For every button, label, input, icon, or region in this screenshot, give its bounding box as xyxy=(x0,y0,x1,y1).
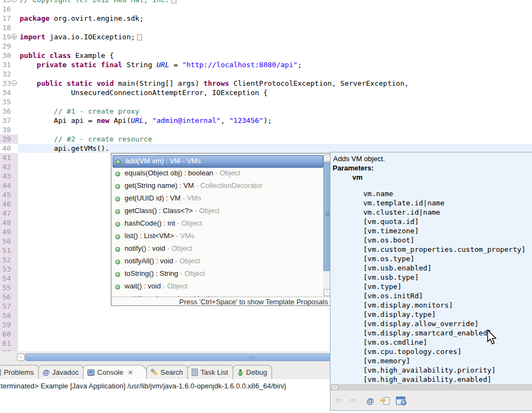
code-text: // #2 - create resource xyxy=(18,134,532,144)
completion-item[interactable]: get(UUID id) : VM - VMs xyxy=(113,193,323,205)
code-token: main(String[] args) xyxy=(114,79,203,87)
completion-item[interactable]: getClass() : Class<?> - Object xyxy=(113,205,323,218)
code-token: public xyxy=(37,79,62,87)
open-attached-javadoc-icon[interactable] xyxy=(380,397,389,405)
line-number: 17 xyxy=(0,14,18,23)
code-token: static xyxy=(71,61,97,69)
completion-status-text: Press 'Ctrl+Space' to show Template Prop… xyxy=(179,298,328,306)
code-line: 17package org.ovirt.engine.sdk; xyxy=(0,14,532,23)
tab-label: Debug xyxy=(246,368,267,376)
completion-item[interactable]: notifyAll() : void - Object xyxy=(113,256,323,268)
code-token: , xyxy=(221,116,229,125)
completion-item-label: add(VM vm) : VM - VMs xyxy=(125,157,201,165)
code-text: public class Example { xyxy=(18,51,532,60)
code-text: public static void main(String[] args) t… xyxy=(18,79,532,88)
completion-item-origin: - Object xyxy=(167,244,192,252)
fold-expand-icon[interactable]: + xyxy=(11,34,17,39)
forward-icon[interactable]: ⇨ xyxy=(350,396,357,405)
javadoc-param-row: [vm.usb.type] xyxy=(363,273,419,282)
code-token: class xyxy=(50,51,71,60)
close-tab-icon[interactable]: ✕ xyxy=(128,369,133,376)
line-number: 60 xyxy=(0,329,18,339)
code-token: public xyxy=(20,51,45,60)
javadoc-parameters-label: Parameters: xyxy=(333,163,374,173)
javadoc-param-row: [vm.high_availability.priority] xyxy=(363,365,496,375)
hscroll-left-button[interactable]: ‹ xyxy=(17,353,25,361)
line-number: 41 xyxy=(0,153,18,162)
completion-item[interactable]: add(VM vm) : VM - VMs xyxy=(113,155,323,168)
javadoc-icon: @ xyxy=(43,368,50,376)
code-token: throws xyxy=(204,79,229,87)
open-input-icon[interactable] xyxy=(396,397,406,404)
line-number: 39 xyxy=(0,134,18,144)
code-token xyxy=(62,79,67,87)
code-line: 19+import java.io.IOException; xyxy=(0,32,532,42)
code-text: Api api = new Api(URL, "admin@internal",… xyxy=(18,116,532,125)
code-line: 16 xyxy=(0,4,532,14)
code-line: 31 private static final String URL = "ht… xyxy=(0,60,532,69)
tab-task-list[interactable]: Task List xyxy=(187,365,233,379)
code-line: 30public class Example { xyxy=(0,51,532,60)
tab-search[interactable]: Search xyxy=(146,365,188,379)
show-javadoc-icon[interactable]: @ xyxy=(367,396,374,406)
completion-item[interactable]: equals(Object obj) : boolean - Object xyxy=(113,168,323,180)
javadoc-param-row: [vm.os.initRd] xyxy=(363,291,423,300)
line-number: 30 xyxy=(0,51,18,60)
line-number: 16 xyxy=(0,4,18,14)
public-method-icon xyxy=(115,197,120,202)
tab-problems[interactable]: Problems xyxy=(0,365,39,379)
completion-item[interactable]: wait() : void - Object xyxy=(113,281,323,293)
javadoc-param-row: [vm.display.monitors] xyxy=(363,300,453,310)
code-line: 39 // #2 - create resource xyxy=(0,134,532,144)
code-line: 15−// Copyright (c) 2012 Red Hat, Inc. xyxy=(0,0,532,4)
debug-icon xyxy=(237,369,244,376)
code-text: import java.io.IOException; xyxy=(18,32,532,42)
javadoc-hscrollbar[interactable]: ‹ xyxy=(330,384,532,391)
folded-region-box[interactable] xyxy=(137,34,142,40)
completion-item-origin: - VMs xyxy=(182,194,201,202)
code-token: void xyxy=(97,79,114,87)
code-text: // #1 - create proxy xyxy=(18,107,532,116)
tab-javadoc[interactable]: @Javadoc xyxy=(38,365,84,379)
code-line: 38 xyxy=(0,125,532,134)
line-number: 46 xyxy=(0,199,18,209)
completion-item-origin: - CollectionDecorator xyxy=(196,181,263,190)
line-number: 31 xyxy=(0,60,18,69)
tab-label: Search xyxy=(161,368,183,376)
completion-list[interactable]: add(VM vm) : VM - VMsequals(Object obj) … xyxy=(111,154,330,297)
code-line: 35 xyxy=(0,97,532,107)
line-number: 48 xyxy=(0,218,18,227)
completion-item-label: toString() : String - Object xyxy=(125,269,205,278)
back-icon[interactable]: ⇦ xyxy=(335,396,342,405)
javadoc-param-row: [vm.display.type] xyxy=(363,310,436,319)
code-token xyxy=(97,61,101,69)
tab-debug[interactable]: Debug xyxy=(233,365,272,379)
public-method-icon xyxy=(115,247,120,252)
code-token: , xyxy=(144,116,152,125)
console-process-label: <terminated> Example [Java Application] … xyxy=(0,382,286,390)
completion-item-origin: - Object xyxy=(195,206,220,215)
code-token: final xyxy=(101,61,122,69)
tab-label: Javadoc xyxy=(52,368,79,376)
completion-item[interactable]: notify() : void - Object xyxy=(113,243,323,256)
console-icon xyxy=(87,369,94,376)
line-number: 55 xyxy=(0,283,18,292)
code-text: UnsecuredConnectionAttemptError, IOExcep… xyxy=(18,88,532,97)
code-token: UnsecuredConnectionAttemptError, IOExcep… xyxy=(20,88,268,97)
code-token: = xyxy=(169,61,182,69)
completion-item[interactable]: hashCode() : int - Object xyxy=(113,218,323,231)
code-text xyxy=(18,69,532,79)
javadoc-hscroll-left-button[interactable]: ‹ xyxy=(332,385,338,390)
completion-item-origin: - Object xyxy=(180,269,205,278)
completion-item[interactable]: toString() : String - Object xyxy=(113,268,323,281)
completion-item[interactable]: list() : List<VM> - VMs xyxy=(113,231,323,243)
completion-item[interactable]: get(String name) : VM - CollectionDecora… xyxy=(113,180,323,193)
line-number: 29 xyxy=(0,42,18,51)
folded-region-box[interactable] xyxy=(172,0,176,3)
code-line: 36 // #1 - create proxy xyxy=(0,107,532,116)
tab-console[interactable]: Console✕ xyxy=(83,365,147,379)
completion-item-label: wait() : void - Object xyxy=(125,282,188,290)
fold-collapse-icon[interactable]: − xyxy=(11,80,17,86)
hscroll-grip xyxy=(252,356,252,359)
javadoc-param-row: [vm.usb.enabled] xyxy=(363,263,431,273)
